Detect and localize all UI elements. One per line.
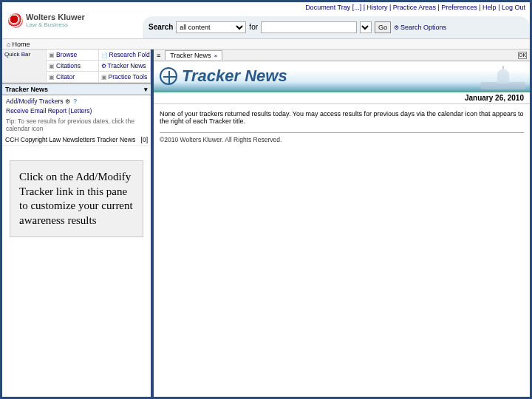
link-logout[interactable]: Log Out <box>502 4 525 11</box>
receive-email-link[interactable]: Receive Email Report (Letters) <box>6 107 92 115</box>
link-doc-tray[interactable]: Document Tray [...] <box>305 4 361 11</box>
tracker-item[interactable]: CCH Copyright Law Newsletters Tracker Ne… <box>2 134 151 146</box>
tracker-news-title: Tracker News <box>5 86 48 93</box>
collapse-icon[interactable]: ▾ <box>144 86 148 93</box>
close-icon[interactable]: × <box>214 52 217 59</box>
nav-research-folders[interactable]: Research Folders <box>99 50 151 61</box>
copyright: ©2010 Wolters Kluwer. All Rights Reserve… <box>160 136 524 143</box>
no-results-message: None of your trackers returned results t… <box>160 110 524 125</box>
content-panel: ≡ Tracker News × OK Tracker News January… <box>154 50 530 397</box>
brand-logo: Wolters Kluwer Law & Business <box>2 13 143 28</box>
tracker-news-section-header: Tracker News ▾ <box>2 83 151 95</box>
tracker-item-count: [0] <box>141 136 148 143</box>
top-links: Document Tray [...] | History | Practice… <box>305 4 525 11</box>
add-modify-trackers-link[interactable]: Add/Modify Trackers <box>6 98 63 105</box>
search-options-link[interactable]: Search Options <box>394 24 446 31</box>
tab-label: Tracker News <box>170 52 211 59</box>
svg-rect-1 <box>497 73 509 83</box>
link-preferences[interactable]: Preferences <box>441 4 477 11</box>
tracker-item-label: CCH Copyright Law Newsletters Tracker Ne… <box>5 136 135 143</box>
tracker-news-banner: Tracker News <box>154 61 530 92</box>
search-label: Search <box>149 23 173 31</box>
link-history[interactable]: History <box>367 4 388 11</box>
maximize-button[interactable]: OK <box>518 52 527 59</box>
tab-tracker-news[interactable]: Tracker News × <box>165 50 222 60</box>
search-input[interactable] <box>261 21 357 33</box>
go-button[interactable]: Go <box>375 21 391 33</box>
nav-browse[interactable]: Browse <box>47 50 99 61</box>
quick-bar[interactable]: Quick Bar <box>2 50 47 83</box>
search-scope-select[interactable]: all content <box>176 21 246 33</box>
hamburger-icon[interactable]: ≡ <box>157 52 160 59</box>
link-practice-areas[interactable]: Practice Areas <box>393 4 436 11</box>
nav-citator[interactable]: Citator <box>47 72 99 83</box>
brand-subtitle: Law & Business <box>26 21 85 28</box>
nav-practice-tools[interactable]: Practice Tools <box>99 72 151 83</box>
link-help[interactable]: Help <box>482 4 497 11</box>
logo-swirl-icon <box>8 13 23 28</box>
banner-title: Tracker News <box>182 66 287 86</box>
left-panel: Quick Bar Browse Research Folders Citati… <box>2 50 154 397</box>
search-filter-select[interactable] <box>360 21 372 33</box>
help-icon[interactable]: ? <box>73 98 77 105</box>
target-icon <box>160 67 177 85</box>
instruction-callout: Click on the Add/Modify Tracker link in … <box>10 160 143 237</box>
search-bar: Search all content for Go Search Options <box>143 16 530 38</box>
home-link[interactable]: Home <box>7 41 30 48</box>
tip-text: Tip: To see results for previous dates, … <box>6 117 147 132</box>
svg-rect-2 <box>502 66 504 69</box>
nav-citations[interactable]: Citations <box>47 61 99 72</box>
nav-tracker-news[interactable]: Tracker News <box>99 61 151 72</box>
capitol-icon <box>481 64 525 89</box>
current-date: January 26, 2010 <box>465 94 524 102</box>
brand-name: Wolters Kluwer <box>26 13 85 21</box>
gear-icon[interactable] <box>65 98 72 105</box>
for-label: for <box>249 23 258 31</box>
